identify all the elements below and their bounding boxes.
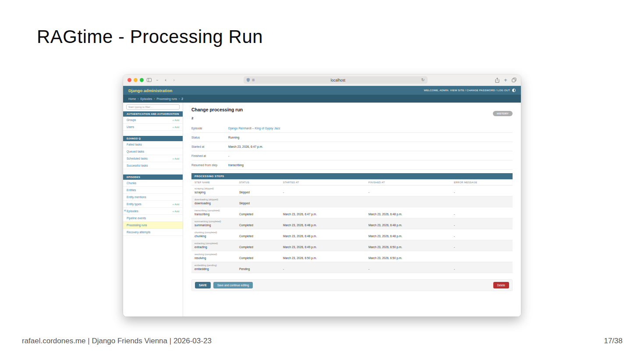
cell-finished-at: March 23, 2026, 6:48 p.m. [368, 224, 454, 227]
breadcrumb-processing-runs[interactable]: Processing runs [156, 97, 177, 100]
user-tools-text[interactable]: WELCOME, ADMIN. VIEW SITE / CHANGE PASSW… [424, 89, 510, 92]
breadcrumb-home[interactable]: Home [128, 97, 136, 100]
column-header: FINISHED AT [368, 181, 454, 184]
save-button[interactable]: SAVE [195, 282, 211, 288]
sidebar-item-failed-tasks[interactable]: Failed tasks [123, 141, 183, 148]
sidebar-item-label[interactable]: Entity mentions [127, 196, 146, 199]
field-row-finished-at: Finished at - [191, 151, 513, 160]
sidebar-item-label[interactable]: Processing runs [127, 224, 147, 227]
minimize-window-button[interactable] [134, 78, 138, 82]
cell-step-name: resolving [195, 256, 239, 260]
sidebar-item-label[interactable]: Entities [127, 189, 136, 192]
cell-status: Pending [239, 267, 283, 270]
sidebar-collapse-toggle[interactable]: « [124, 208, 126, 213]
chevron-down-icon[interactable]: › [154, 77, 160, 83]
share-icon[interactable] [495, 78, 499, 83]
history-button[interactable]: HISTORY [493, 111, 513, 116]
cell-error [454, 256, 510, 260]
cell-finished-at: March 23, 2026, 6:48 p.m. [368, 213, 454, 216]
browser-titlebar: › ‹ › ≡ localhost ↻ + [123, 75, 521, 86]
cell-started-at: - [283, 191, 368, 194]
close-window-button[interactable] [127, 78, 131, 82]
sidebar-item-scheduled-tasks[interactable]: Scheduled tasks + Add [123, 155, 183, 162]
sidebar-item-chunks[interactable]: Chunks [123, 180, 183, 187]
cell-error: - [454, 246, 510, 249]
sidebar-item-label[interactable]: Scheduled tasks [127, 157, 148, 160]
refresh-icon[interactable]: ↻ [421, 77, 425, 83]
sidebar-item-recovery-attempts[interactable]: Recovery attempts [123, 229, 183, 236]
add-link[interactable]: + Add [172, 126, 179, 128]
cell-step-name: embedding [195, 267, 239, 270]
object-id: 2 [191, 116, 513, 120]
sidebar-item-users[interactable]: Users + Add [123, 124, 183, 131]
breadcrumb-episodes[interactable]: Episodes [141, 97, 152, 100]
sidebar-item-label[interactable]: Pipeline events [127, 217, 146, 220]
row-caption: scraping (skipped) [195, 187, 510, 190]
sidebar-section-title: EPISODES [123, 174, 183, 180]
cell-finished-at: March 23, 2026, 6:50 p.m. [368, 256, 454, 260]
back-icon[interactable]: ‹ [163, 77, 169, 83]
cell-status: Completed [239, 235, 283, 238]
zoom-window-button[interactable] [140, 78, 144, 82]
sidebar-item-successful-tasks[interactable]: Successful tasks [123, 162, 183, 169]
sidebar-item-label[interactable]: Groups [127, 118, 136, 121]
sidebar-item-episodes[interactable]: Episodes + Add [123, 208, 183, 215]
field-row-status: Status Running [191, 133, 513, 142]
sidebar-item-pipeline-events[interactable]: Pipeline events [123, 215, 183, 222]
tab-overview-icon[interactable] [512, 78, 517, 82]
breadcrumb-separator: › [179, 97, 180, 100]
sidebar-toggle-icon[interactable] [146, 77, 152, 83]
address-bar[interactable]: ≡ localhost ↻ [244, 76, 428, 84]
add-link[interactable]: + Add [172, 119, 179, 121]
sidebar-item-label[interactable]: Recovery attempts [127, 231, 150, 234]
column-header: STARTED AT [283, 181, 368, 184]
reader-menu-icon[interactable]: ≡ [252, 77, 255, 83]
forward-icon[interactable]: › [171, 77, 177, 83]
sidebar-item-processing-runs[interactable]: Processing runs [123, 222, 183, 229]
theme-toggle-icon[interactable] [512, 89, 516, 92]
sidebar-item-entity-types[interactable]: Entity types + Add [123, 201, 183, 208]
main-content: HISTORY Change processing run 2 Episode … [183, 103, 521, 317]
add-link[interactable]: + Add [172, 203, 179, 206]
sidebar-item-label[interactable]: Chunks [127, 182, 136, 185]
episode-link[interactable]: Django Reinhardt – King of Gypsy Jazz [228, 127, 280, 130]
sidebar-item-label[interactable]: Successful tasks [127, 164, 148, 167]
field-label: Episode [191, 127, 228, 130]
row-caption: downloading (skipped) [195, 198, 510, 201]
cell-finished-at: March 23, 2026, 6:50 p.m. [368, 246, 454, 249]
sidebar-item-label[interactable]: Users [127, 125, 134, 128]
add-link[interactable]: + Add [172, 210, 179, 213]
add-link[interactable]: + Add [172, 157, 179, 160]
field-label: Resumed from step [191, 164, 228, 167]
sidebar-item-label[interactable]: Entity types [127, 203, 142, 206]
change-form: Episode Django Reinhardt – King of Gypsy… [191, 124, 513, 170]
sidebar-filter-input[interactable] [126, 104, 180, 110]
browser-window: › ‹ › ≡ localhost ↻ + [123, 75, 521, 317]
table-row: summarizing (completed) summarizing Comp… [191, 218, 513, 229]
column-header: STEP NAME [195, 181, 239, 184]
sidebar-section-title: DJANGO Q [123, 136, 183, 141]
sidebar-item-entities[interactable]: Entities [123, 187, 183, 194]
table-row: chunking (completed) chunking Completed … [191, 229, 513, 240]
cell-status: Completed [239, 256, 283, 260]
cell-started-at: March 23, 2026, 6:49 p.m. [283, 246, 368, 249]
delete-button[interactable]: Delete [493, 282, 509, 288]
cell-status: Completed [239, 246, 283, 249]
sidebar-item-label[interactable]: Failed tasks [127, 143, 142, 146]
sidebar-item-label[interactable]: Episodes [127, 210, 138, 213]
sidebar-item-label[interactable]: Queued tasks [127, 150, 144, 153]
admin-body: AUTHENTICATION AND AUTHORIZATION Groups … [123, 103, 521, 317]
site-title-link[interactable]: Django administration [128, 88, 172, 93]
new-tab-icon[interactable]: + [502, 77, 509, 83]
user-tools: WELCOME, ADMIN. VIEW SITE / CHANGE PASSW… [424, 89, 516, 92]
submit-row: SAVE Save and continue editing Delete [191, 279, 513, 291]
sidebar-item-groups[interactable]: Groups + Add [123, 117, 183, 124]
field-label: Started at [191, 145, 228, 148]
cell-error: - [454, 235, 510, 238]
sidebar-item-queued-tasks[interactable]: Queued tasks [123, 148, 183, 155]
row-caption: resolving (completed) [195, 253, 510, 256]
sidebar-item-entity-mentions[interactable]: Entity mentions [123, 194, 183, 201]
cell-step-name: scraping [195, 191, 239, 194]
save-continue-button[interactable]: Save and continue editing [213, 282, 253, 288]
column-header: ERROR MESSAGE [454, 181, 510, 184]
